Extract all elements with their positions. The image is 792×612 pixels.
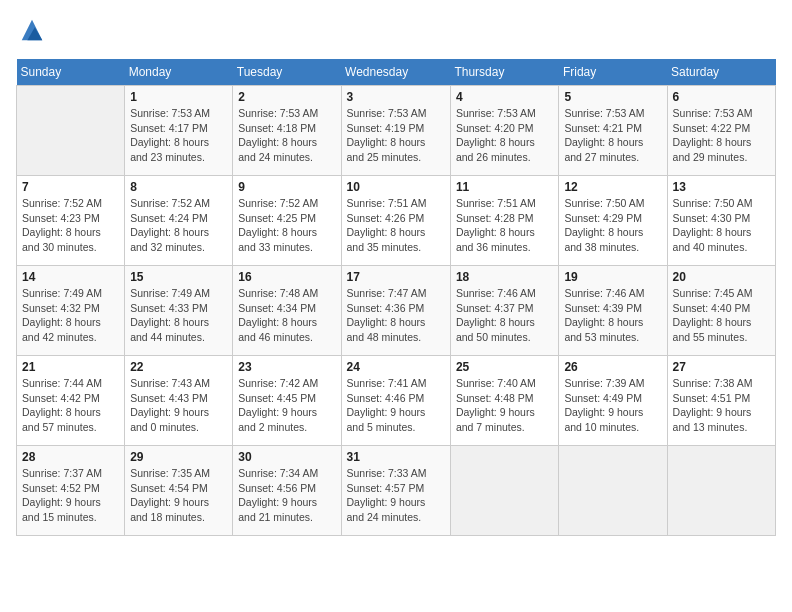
day-info: Sunrise: 7:50 AM Sunset: 4:29 PM Dayligh…	[564, 196, 661, 255]
day-number: 24	[347, 360, 445, 374]
calendar-cell: 6Sunrise: 7:53 AM Sunset: 4:22 PM Daylig…	[667, 86, 775, 176]
day-info: Sunrise: 7:52 AM Sunset: 4:23 PM Dayligh…	[22, 196, 119, 255]
calendar-table: SundayMondayTuesdayWednesdayThursdayFrid…	[16, 59, 776, 536]
calendar-cell: 10Sunrise: 7:51 AM Sunset: 4:26 PM Dayli…	[341, 176, 450, 266]
day-of-week-header: Monday	[125, 59, 233, 86]
day-number: 29	[130, 450, 227, 464]
day-info: Sunrise: 7:50 AM Sunset: 4:30 PM Dayligh…	[673, 196, 770, 255]
day-number: 28	[22, 450, 119, 464]
day-info: Sunrise: 7:34 AM Sunset: 4:56 PM Dayligh…	[238, 466, 335, 525]
day-info: Sunrise: 7:41 AM Sunset: 4:46 PM Dayligh…	[347, 376, 445, 435]
day-number: 2	[238, 90, 335, 104]
calendar-cell: 29Sunrise: 7:35 AM Sunset: 4:54 PM Dayli…	[125, 446, 233, 536]
calendar-cell	[559, 446, 667, 536]
day-info: Sunrise: 7:53 AM Sunset: 4:22 PM Dayligh…	[673, 106, 770, 165]
calendar-cell: 22Sunrise: 7:43 AM Sunset: 4:43 PM Dayli…	[125, 356, 233, 446]
day-number: 1	[130, 90, 227, 104]
day-number: 25	[456, 360, 554, 374]
calendar-cell: 17Sunrise: 7:47 AM Sunset: 4:36 PM Dayli…	[341, 266, 450, 356]
day-number: 23	[238, 360, 335, 374]
calendar-cell: 12Sunrise: 7:50 AM Sunset: 4:29 PM Dayli…	[559, 176, 667, 266]
calendar-cell: 8Sunrise: 7:52 AM Sunset: 4:24 PM Daylig…	[125, 176, 233, 266]
calendar-cell: 26Sunrise: 7:39 AM Sunset: 4:49 PM Dayli…	[559, 356, 667, 446]
day-info: Sunrise: 7:38 AM Sunset: 4:51 PM Dayligh…	[673, 376, 770, 435]
calendar-cell: 19Sunrise: 7:46 AM Sunset: 4:39 PM Dayli…	[559, 266, 667, 356]
day-number: 15	[130, 270, 227, 284]
day-info: Sunrise: 7:53 AM Sunset: 4:21 PM Dayligh…	[564, 106, 661, 165]
day-number: 5	[564, 90, 661, 104]
day-number: 3	[347, 90, 445, 104]
day-info: Sunrise: 7:40 AM Sunset: 4:48 PM Dayligh…	[456, 376, 554, 435]
calendar-cell: 1Sunrise: 7:53 AM Sunset: 4:17 PM Daylig…	[125, 86, 233, 176]
day-number: 20	[673, 270, 770, 284]
calendar-cell: 20Sunrise: 7:45 AM Sunset: 4:40 PM Dayli…	[667, 266, 775, 356]
calendar-week-row: 14Sunrise: 7:49 AM Sunset: 4:32 PM Dayli…	[17, 266, 776, 356]
day-info: Sunrise: 7:37 AM Sunset: 4:52 PM Dayligh…	[22, 466, 119, 525]
day-number: 13	[673, 180, 770, 194]
day-number: 31	[347, 450, 445, 464]
day-info: Sunrise: 7:51 AM Sunset: 4:26 PM Dayligh…	[347, 196, 445, 255]
day-number: 14	[22, 270, 119, 284]
calendar-cell: 4Sunrise: 7:53 AM Sunset: 4:20 PM Daylig…	[450, 86, 559, 176]
day-number: 4	[456, 90, 554, 104]
day-of-week-header: Saturday	[667, 59, 775, 86]
calendar-cell: 31Sunrise: 7:33 AM Sunset: 4:57 PM Dayli…	[341, 446, 450, 536]
day-info: Sunrise: 7:49 AM Sunset: 4:32 PM Dayligh…	[22, 286, 119, 345]
day-number: 12	[564, 180, 661, 194]
calendar-header-row: SundayMondayTuesdayWednesdayThursdayFrid…	[17, 59, 776, 86]
calendar-cell: 30Sunrise: 7:34 AM Sunset: 4:56 PM Dayli…	[233, 446, 341, 536]
day-number: 6	[673, 90, 770, 104]
calendar-cell: 5Sunrise: 7:53 AM Sunset: 4:21 PM Daylig…	[559, 86, 667, 176]
calendar-cell: 13Sunrise: 7:50 AM Sunset: 4:30 PM Dayli…	[667, 176, 775, 266]
calendar-cell	[450, 446, 559, 536]
day-info: Sunrise: 7:53 AM Sunset: 4:20 PM Dayligh…	[456, 106, 554, 165]
day-number: 9	[238, 180, 335, 194]
logo-icon	[18, 16, 46, 44]
day-info: Sunrise: 7:39 AM Sunset: 4:49 PM Dayligh…	[564, 376, 661, 435]
day-number: 8	[130, 180, 227, 194]
day-number: 26	[564, 360, 661, 374]
calendar-cell: 25Sunrise: 7:40 AM Sunset: 4:48 PM Dayli…	[450, 356, 559, 446]
calendar-cell: 21Sunrise: 7:44 AM Sunset: 4:42 PM Dayli…	[17, 356, 125, 446]
day-info: Sunrise: 7:49 AM Sunset: 4:33 PM Dayligh…	[130, 286, 227, 345]
day-info: Sunrise: 7:52 AM Sunset: 4:25 PM Dayligh…	[238, 196, 335, 255]
logo-text	[16, 16, 46, 49]
calendar-cell: 16Sunrise: 7:48 AM Sunset: 4:34 PM Dayli…	[233, 266, 341, 356]
calendar-cell: 2Sunrise: 7:53 AM Sunset: 4:18 PM Daylig…	[233, 86, 341, 176]
day-of-week-header: Friday	[559, 59, 667, 86]
day-info: Sunrise: 7:53 AM Sunset: 4:19 PM Dayligh…	[347, 106, 445, 165]
day-number: 21	[22, 360, 119, 374]
day-of-week-header: Thursday	[450, 59, 559, 86]
day-info: Sunrise: 7:47 AM Sunset: 4:36 PM Dayligh…	[347, 286, 445, 345]
day-info: Sunrise: 7:45 AM Sunset: 4:40 PM Dayligh…	[673, 286, 770, 345]
day-info: Sunrise: 7:48 AM Sunset: 4:34 PM Dayligh…	[238, 286, 335, 345]
day-info: Sunrise: 7:53 AM Sunset: 4:18 PM Dayligh…	[238, 106, 335, 165]
calendar-cell: 24Sunrise: 7:41 AM Sunset: 4:46 PM Dayli…	[341, 356, 450, 446]
calendar-cell: 23Sunrise: 7:42 AM Sunset: 4:45 PM Dayli…	[233, 356, 341, 446]
day-of-week-header: Wednesday	[341, 59, 450, 86]
day-number: 30	[238, 450, 335, 464]
calendar-week-row: 28Sunrise: 7:37 AM Sunset: 4:52 PM Dayli…	[17, 446, 776, 536]
day-number: 7	[22, 180, 119, 194]
day-number: 17	[347, 270, 445, 284]
day-info: Sunrise: 7:42 AM Sunset: 4:45 PM Dayligh…	[238, 376, 335, 435]
day-info: Sunrise: 7:51 AM Sunset: 4:28 PM Dayligh…	[456, 196, 554, 255]
day-of-week-header: Tuesday	[233, 59, 341, 86]
day-number: 18	[456, 270, 554, 284]
day-info: Sunrise: 7:43 AM Sunset: 4:43 PM Dayligh…	[130, 376, 227, 435]
calendar-cell	[17, 86, 125, 176]
calendar-cell: 7Sunrise: 7:52 AM Sunset: 4:23 PM Daylig…	[17, 176, 125, 266]
calendar-cell: 9Sunrise: 7:52 AM Sunset: 4:25 PM Daylig…	[233, 176, 341, 266]
calendar-cell: 11Sunrise: 7:51 AM Sunset: 4:28 PM Dayli…	[450, 176, 559, 266]
day-info: Sunrise: 7:52 AM Sunset: 4:24 PM Dayligh…	[130, 196, 227, 255]
day-number: 16	[238, 270, 335, 284]
day-info: Sunrise: 7:53 AM Sunset: 4:17 PM Dayligh…	[130, 106, 227, 165]
calendar-week-row: 7Sunrise: 7:52 AM Sunset: 4:23 PM Daylig…	[17, 176, 776, 266]
calendar-cell: 28Sunrise: 7:37 AM Sunset: 4:52 PM Dayli…	[17, 446, 125, 536]
day-number: 27	[673, 360, 770, 374]
calendar-cell: 14Sunrise: 7:49 AM Sunset: 4:32 PM Dayli…	[17, 266, 125, 356]
day-of-week-header: Sunday	[17, 59, 125, 86]
page-header	[16, 16, 776, 49]
calendar-cell: 27Sunrise: 7:38 AM Sunset: 4:51 PM Dayli…	[667, 356, 775, 446]
day-number: 10	[347, 180, 445, 194]
